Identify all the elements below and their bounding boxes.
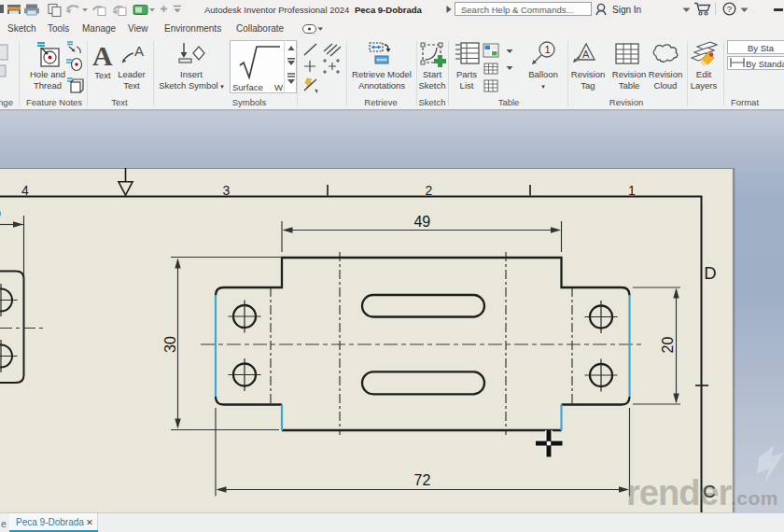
svg-text:9: 9 [0,205,1,221]
svg-text:30: 30 [162,336,178,353]
svg-text:render: render [626,473,732,512]
svg-text:49: 49 [413,214,430,230]
svg-text:A: A [582,49,590,60]
svg-text:?: ? [727,4,732,14]
svg-text:1: 1 [628,183,636,198]
svg-text:.com: .com [731,487,778,509]
svg-text:3: 3 [223,183,231,198]
svg-text:4: 4 [21,183,29,198]
svg-text:20: 20 [660,337,676,354]
svg-text:A: A [134,44,144,59]
svg-text:72: 72 [414,472,431,488]
svg-text:2: 2 [426,183,433,198]
svg-text:1: 1 [545,44,551,55]
svg-text:D: D [704,263,716,283]
